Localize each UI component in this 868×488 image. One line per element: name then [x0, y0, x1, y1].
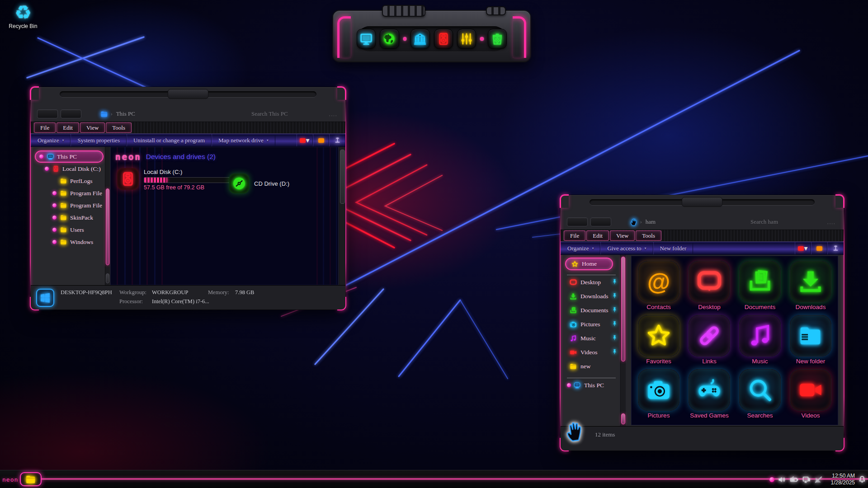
left-toolbar-map-network-drive[interactable]: Map network drive▾ — [212, 134, 275, 146]
dock-item-media-device[interactable] — [434, 29, 453, 49]
window-corner-accent — [337, 86, 346, 100]
change-view-button[interactable]: ▾ — [297, 134, 313, 146]
search-input[interactable]: Search ham — [750, 218, 778, 225]
search-input[interactable]: Search This PC — [251, 110, 288, 117]
right-sidebar-item-downloads[interactable]: Downloads — [563, 289, 619, 303]
pin-icon[interactable] — [612, 321, 618, 328]
right-sidebar-item-pictures[interactable]: Pictures — [563, 317, 619, 331]
taskbar-app-file-explorer[interactable] — [20, 472, 42, 486]
left-sidebar-item-windows[interactable]: Windows — [33, 236, 105, 248]
scrollbar-thumb[interactable] — [106, 188, 109, 265]
file-item-contacts[interactable]: @Contacts — [635, 261, 682, 315]
taskbar-clock[interactable]: 12:50 AM 1/28/2025 — [826, 473, 855, 486]
right-toolbar-new-folder[interactable]: New folder — [653, 242, 693, 254]
notifications-bell-icon[interactable] — [858, 475, 866, 483]
scrollbar-end-cap[interactable] — [106, 273, 109, 283]
dock-item-computer[interactable] — [357, 29, 376, 49]
right-sidebar-item-music[interactable]: Music — [563, 331, 619, 345]
right-menu-view[interactable]: View — [610, 230, 635, 241]
display-icon[interactable] — [802, 475, 811, 484]
file-item-downloads[interactable]: Downloads — [787, 261, 834, 315]
file-item-tile — [689, 369, 730, 411]
file-item-searches[interactable]: Searches — [736, 369, 783, 423]
dock-item-bank[interactable] — [410, 29, 429, 49]
right-sidebar-item-videos[interactable]: Videos — [563, 345, 619, 359]
address-overflow-menu[interactable]: .... — [827, 219, 835, 225]
left-toolbar-organize[interactable]: Organize▾ — [31, 134, 71, 146]
pin-icon[interactable] — [612, 293, 618, 300]
window-body: This PCLocal Disk (C:)PerfLogsProgram Fi… — [31, 147, 345, 285]
navigation-scrollbar[interactable] — [620, 255, 626, 426]
file-item-music[interactable]: Music — [736, 315, 783, 369]
left-sidebar-item-skinpack[interactable]: SkinPack — [33, 211, 105, 224]
right-menu-tools[interactable]: Tools — [636, 230, 661, 241]
left-toolbar-uninstall-or-change-a-program[interactable]: Uninstall or change a program — [127, 134, 212, 146]
address-overflow-menu[interactable]: .... — [329, 111, 337, 117]
network-muted-icon[interactable] — [814, 475, 823, 484]
left-menu-view[interactable]: View — [80, 122, 105, 133]
right-sidebar-item-documents[interactable]: Documents — [563, 303, 619, 317]
left-sidebar-item-perflogs[interactable]: PerfLogs — [33, 175, 105, 187]
preview-pane-button[interactable] — [811, 242, 827, 254]
pin-icon[interactable] — [612, 335, 618, 343]
forward-button[interactable] — [61, 109, 81, 118]
left-menu-edit[interactable]: Edit — [57, 122, 79, 133]
sidebar-item-label: Downloads — [580, 293, 609, 300]
back-button[interactable] — [37, 109, 58, 118]
right-sidebar-item-new[interactable]: new — [563, 359, 619, 373]
drive-item-local-disk-c[interactable]: Local Disk (C:) 57.5 GB free of 79.2 GB — [117, 168, 230, 191]
window-corner-accent — [30, 86, 39, 100]
dock-item-trash[interactable] — [488, 29, 507, 49]
navigation-scrollbar[interactable] — [105, 147, 110, 285]
file-item-desktop[interactable]: Desktop — [686, 261, 733, 315]
left-sidebar-item-local-disk-c[interactable]: Local Disk (C:) — [33, 163, 105, 175]
left-sidebar-item-this-pc[interactable]: This PC — [35, 150, 104, 163]
help-button[interactable] — [827, 242, 844, 254]
tree-bullet — [52, 240, 57, 244]
file-item-saved-games[interactable]: Saved Games — [686, 369, 733, 423]
forward-button[interactable] — [590, 217, 611, 226]
file-item-new-folder[interactable]: New folder — [787, 315, 834, 369]
left-sidebar-item-program-file[interactable]: Program File — [33, 187, 105, 199]
scrollbar-thumb[interactable] — [340, 150, 345, 204]
recycle-bin-shortcut[interactable]: ♻ Recycle Bin — [4, 3, 42, 29]
help-button[interactable] — [329, 134, 345, 146]
scrollbar-thumb[interactable] — [621, 257, 625, 361]
content-scrollbar[interactable] — [339, 147, 345, 285]
scrollbar-end-cap[interactable] — [621, 413, 625, 424]
file-item-pictures[interactable]: Pictures — [635, 369, 682, 423]
drive-item-cd-drive-d[interactable]: CD Drive (D:) — [229, 174, 289, 193]
file-item-favorites[interactable]: Favorites — [635, 315, 682, 369]
tree-bullet — [39, 155, 43, 159]
change-view-button[interactable]: ▾ — [795, 242, 811, 254]
battery-icon[interactable] — [789, 475, 799, 484]
file-item-documents[interactable]: Documents — [736, 261, 783, 315]
breadcrumb[interactable]: ham — [646, 218, 656, 225]
preview-pane-button[interactable] — [313, 134, 329, 146]
content-pane: neon Devices and drives (2) Local Disk (… — [110, 147, 339, 285]
right-toolbar-give-access-to[interactable]: Give access to▾ — [600, 242, 653, 254]
sidebar-item-label: Users — [70, 226, 84, 234]
right-menu-file[interactable]: File — [564, 230, 585, 241]
back-button[interactable] — [567, 217, 588, 226]
pin-icon[interactable] — [612, 279, 618, 286]
left-menu-file[interactable]: File — [34, 122, 56, 133]
dock-item-internet[interactable] — [380, 29, 399, 49]
pin-icon[interactable] — [612, 349, 618, 357]
dock-item-mixer[interactable] — [457, 29, 476, 49]
file-item-links[interactable]: Links — [686, 315, 733, 369]
left-menu-tools[interactable]: Tools — [106, 122, 132, 133]
taskbar-neon-line — [41, 479, 868, 479]
pin-icon[interactable] — [612, 307, 618, 314]
right-menu-edit[interactable]: Edit — [586, 230, 609, 241]
breadcrumb[interactable]: This PC — [116, 110, 135, 117]
file-item-videos[interactable]: Videos — [787, 369, 834, 423]
volume-icon[interactable] — [778, 475, 786, 484]
right-sidebar-item-desktop[interactable]: Desktop — [563, 275, 619, 289]
left-toolbar-system-properties[interactable]: System properties — [71, 134, 127, 146]
left-sidebar-item-users[interactable]: Users — [33, 224, 105, 236]
right-sidebar-item-this-pc[interactable]: This PC — [563, 378, 619, 392]
left-sidebar-item-program-file[interactable]: Program File — [33, 199, 105, 211]
right-toolbar-organize[interactable]: Organize▾ — [561, 242, 600, 254]
right-sidebar-item-home[interactable]: Home — [565, 258, 613, 270]
